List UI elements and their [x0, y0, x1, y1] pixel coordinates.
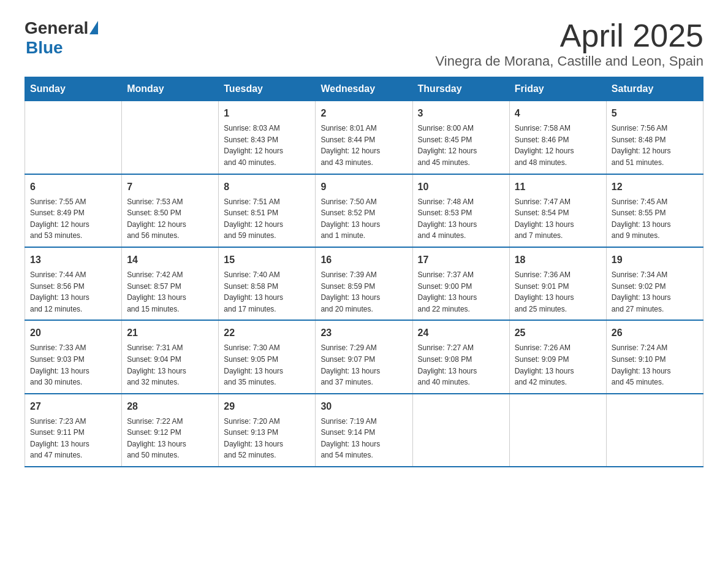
calendar-cell: 3Sunrise: 8:00 AM Sunset: 8:45 PM Daylig…	[412, 101, 509, 174]
weekday-header-thursday: Thursday	[412, 77, 509, 101]
day-info: Sunrise: 7:42 AM Sunset: 8:57 PM Dayligh…	[127, 269, 213, 315]
day-info: Sunrise: 7:58 AM Sunset: 8:46 PM Dayligh…	[515, 123, 601, 168]
calendar-cell: 10Sunrise: 7:48 AM Sunset: 8:53 PM Dayli…	[412, 174, 509, 247]
calendar-cell	[25, 101, 122, 174]
day-info: Sunrise: 7:33 AM Sunset: 9:03 PM Dayligh…	[30, 342, 116, 388]
weekday-header-friday: Friday	[509, 77, 606, 101]
calendar-cell: 4Sunrise: 7:58 AM Sunset: 8:46 PM Daylig…	[509, 101, 606, 174]
calendar-cell: 11Sunrise: 7:47 AM Sunset: 8:54 PM Dayli…	[509, 174, 606, 247]
day-info: Sunrise: 7:23 AM Sunset: 9:11 PM Dayligh…	[30, 416, 116, 461]
calendar-cell: 9Sunrise: 7:50 AM Sunset: 8:52 PM Daylig…	[316, 174, 412, 247]
calendar-week-row: 20Sunrise: 7:33 AM Sunset: 9:03 PM Dayli…	[25, 320, 703, 393]
day-number: 14	[127, 253, 213, 267]
calendar-cell: 20Sunrise: 7:33 AM Sunset: 9:03 PM Dayli…	[25, 320, 122, 393]
calendar-cell	[122, 101, 219, 174]
day-number: 11	[515, 180, 601, 194]
calendar-cell: 18Sunrise: 7:36 AM Sunset: 9:01 PM Dayli…	[509, 247, 606, 320]
day-number: 1	[224, 106, 310, 121]
calendar-cell: 12Sunrise: 7:45 AM Sunset: 8:55 PM Dayli…	[606, 174, 703, 247]
calendar-cell: 19Sunrise: 7:34 AM Sunset: 9:02 PM Dayli…	[606, 247, 703, 320]
day-info: Sunrise: 7:31 AM Sunset: 9:04 PM Dayligh…	[127, 342, 213, 388]
day-info: Sunrise: 7:56 AM Sunset: 8:48 PM Dayligh…	[612, 123, 698, 168]
day-info: Sunrise: 7:50 AM Sunset: 8:52 PM Dayligh…	[320, 196, 407, 242]
day-info: Sunrise: 7:20 AM Sunset: 9:13 PM Dayligh…	[224, 416, 310, 461]
day-info: Sunrise: 8:00 AM Sunset: 8:45 PM Dayligh…	[418, 123, 504, 168]
day-info: Sunrise: 7:51 AM Sunset: 8:51 PM Dayligh…	[224, 196, 310, 242]
day-number: 18	[515, 253, 601, 267]
day-info: Sunrise: 7:47 AM Sunset: 8:54 PM Dayligh…	[515, 196, 601, 242]
calendar-cell: 1Sunrise: 8:03 AM Sunset: 8:43 PM Daylig…	[219, 101, 316, 174]
day-number: 29	[224, 399, 310, 414]
day-info: Sunrise: 7:24 AM Sunset: 9:10 PM Dayligh…	[612, 342, 698, 388]
calendar-cell	[606, 394, 703, 467]
day-info: Sunrise: 7:44 AM Sunset: 8:56 PM Dayligh…	[30, 269, 116, 315]
header: General Blue April 2025 Vinegra de Moran…	[25, 18, 703, 69]
calendar-cell	[412, 394, 509, 467]
location-title: Vinegra de Morana, Castille and Leon, Sp…	[436, 53, 703, 69]
weekday-header-sunday: Sunday	[25, 77, 122, 101]
day-number: 23	[320, 326, 407, 340]
day-info: Sunrise: 7:27 AM Sunset: 9:08 PM Dayligh…	[418, 342, 504, 388]
calendar-cell: 29Sunrise: 7:20 AM Sunset: 9:13 PM Dayli…	[219, 394, 316, 467]
day-number: 9	[320, 180, 407, 194]
day-number: 12	[612, 180, 698, 194]
logo: General Blue	[25, 18, 98, 58]
calendar-cell: 23Sunrise: 7:29 AM Sunset: 9:07 PM Dayli…	[316, 320, 412, 393]
weekday-header-tuesday: Tuesday	[219, 77, 316, 101]
calendar-cell: 6Sunrise: 7:55 AM Sunset: 8:49 PM Daylig…	[25, 174, 122, 247]
day-info: Sunrise: 7:53 AM Sunset: 8:50 PM Dayligh…	[127, 196, 213, 242]
weekday-header-saturday: Saturday	[606, 77, 703, 101]
calendar-cell: 26Sunrise: 7:24 AM Sunset: 9:10 PM Dayli…	[606, 320, 703, 393]
day-number: 13	[30, 253, 116, 267]
day-number: 6	[30, 180, 116, 194]
day-info: Sunrise: 7:30 AM Sunset: 9:05 PM Dayligh…	[224, 342, 310, 388]
day-number: 30	[320, 399, 407, 414]
day-info: Sunrise: 7:26 AM Sunset: 9:09 PM Dayligh…	[515, 342, 601, 388]
month-title: April 2025	[436, 18, 703, 53]
calendar-table: SundayMondayTuesdayWednesdayThursdayFrid…	[25, 77, 703, 467]
calendar-cell: 28Sunrise: 7:22 AM Sunset: 9:12 PM Dayli…	[122, 394, 219, 467]
day-number: 16	[320, 253, 407, 267]
calendar-week-row: 27Sunrise: 7:23 AM Sunset: 9:11 PM Dayli…	[25, 394, 703, 467]
day-number: 25	[515, 326, 601, 340]
calendar-cell: 27Sunrise: 7:23 AM Sunset: 9:11 PM Dayli…	[25, 394, 122, 467]
calendar-week-row: 13Sunrise: 7:44 AM Sunset: 8:56 PM Dayli…	[25, 247, 703, 320]
calendar-header: SundayMondayTuesdayWednesdayThursdayFrid…	[25, 77, 703, 101]
calendar-cell: 7Sunrise: 7:53 AM Sunset: 8:50 PM Daylig…	[122, 174, 219, 247]
day-info: Sunrise: 7:29 AM Sunset: 9:07 PM Dayligh…	[320, 342, 407, 388]
day-number: 21	[127, 326, 213, 340]
day-info: Sunrise: 7:22 AM Sunset: 9:12 PM Dayligh…	[127, 416, 213, 461]
calendar-cell: 8Sunrise: 7:51 AM Sunset: 8:51 PM Daylig…	[219, 174, 316, 247]
day-number: 8	[224, 180, 310, 194]
calendar-cell: 24Sunrise: 7:27 AM Sunset: 9:08 PM Dayli…	[412, 320, 509, 393]
calendar-cell: 14Sunrise: 7:42 AM Sunset: 8:57 PM Dayli…	[122, 247, 219, 320]
day-info: Sunrise: 8:01 AM Sunset: 8:44 PM Dayligh…	[320, 123, 407, 168]
calendar-cell: 21Sunrise: 7:31 AM Sunset: 9:04 PM Dayli…	[122, 320, 219, 393]
day-info: Sunrise: 7:45 AM Sunset: 8:55 PM Dayligh…	[612, 196, 698, 242]
day-info: Sunrise: 7:55 AM Sunset: 8:49 PM Dayligh…	[30, 196, 116, 242]
day-number: 2	[320, 106, 407, 121]
day-number: 10	[418, 180, 504, 194]
calendar-cell: 13Sunrise: 7:44 AM Sunset: 8:56 PM Dayli…	[25, 247, 122, 320]
day-number: 5	[612, 106, 698, 121]
day-info: Sunrise: 7:34 AM Sunset: 9:02 PM Dayligh…	[612, 269, 698, 315]
day-info: Sunrise: 7:36 AM Sunset: 9:01 PM Dayligh…	[515, 269, 601, 315]
day-number: 20	[30, 326, 116, 340]
day-number: 26	[612, 326, 698, 340]
calendar-cell: 16Sunrise: 7:39 AM Sunset: 8:59 PM Dayli…	[316, 247, 412, 320]
day-info: Sunrise: 7:40 AM Sunset: 8:58 PM Dayligh…	[224, 269, 310, 315]
calendar-cell: 5Sunrise: 7:56 AM Sunset: 8:48 PM Daylig…	[606, 101, 703, 174]
logo-blue-text: Blue	[26, 38, 63, 58]
weekday-header-wednesday: Wednesday	[316, 77, 412, 101]
day-info: Sunrise: 7:39 AM Sunset: 8:59 PM Dayligh…	[320, 269, 407, 315]
calendar-week-row: 6Sunrise: 7:55 AM Sunset: 8:49 PM Daylig…	[25, 174, 703, 247]
day-number: 4	[515, 106, 601, 121]
calendar-cell: 15Sunrise: 7:40 AM Sunset: 8:58 PM Dayli…	[219, 247, 316, 320]
calendar-cell	[509, 394, 606, 467]
calendar-week-row: 1Sunrise: 8:03 AM Sunset: 8:43 PM Daylig…	[25, 101, 703, 174]
logo-general-text: General	[25, 18, 88, 38]
title-block: April 2025 Vinegra de Morana, Castille a…	[436, 18, 703, 69]
day-number: 28	[127, 399, 213, 414]
weekday-header-row: SundayMondayTuesdayWednesdayThursdayFrid…	[25, 77, 703, 101]
weekday-header-monday: Monday	[122, 77, 219, 101]
